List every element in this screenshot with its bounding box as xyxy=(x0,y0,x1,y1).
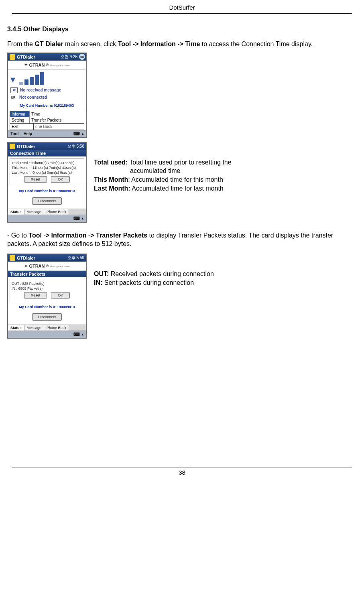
text: main screen, click xyxy=(63,41,118,47)
section-heading: 3.4.5 Other Displays xyxy=(7,26,357,33)
this-month-line: This Month : 11hour(s) 7min(s) 41sec(s) xyxy=(12,166,82,170)
def-label: OUT: xyxy=(94,270,109,277)
menu-remainder-text: one Book xyxy=(34,124,84,130)
intro-paragraph: From the GT Dialer main screen, click To… xyxy=(7,40,357,49)
keyboard-icon[interactable]: ⌨ xyxy=(73,332,80,337)
def-text: accumulated time xyxy=(94,167,232,175)
panel-title: Connection Time xyxy=(8,150,86,156)
tab-status[interactable]: Status xyxy=(8,209,24,215)
app-title: GTDialer xyxy=(17,256,35,260)
keyboard-icon[interactable]: ⌨ xyxy=(73,131,80,136)
def-text: Received packets during connection xyxy=(109,270,214,277)
antenna-icon: ▾ xyxy=(10,73,18,85)
bold-text: Tool -> Information -> Time xyxy=(118,41,200,47)
last-month-line: Last Month : 0hour(s) 0min(s) 0sec(s) xyxy=(12,171,82,175)
signal-row: ▾ xyxy=(8,70,86,87)
page-footer: 38 xyxy=(12,467,352,476)
bold-text: Tool -> Information -> Transfer Packets xyxy=(28,232,147,239)
ok-button[interactable]: OK xyxy=(51,292,70,298)
bottom-bar: ⌨▲ xyxy=(8,215,86,222)
window-titlebar: GTDialer 오후 5:58 xyxy=(8,143,86,150)
app-title: GTDialer xyxy=(17,144,35,149)
brand-tagline: Moving data faster xyxy=(50,64,69,67)
def-label: Last Month: xyxy=(94,185,130,192)
tab-status[interactable]: Status xyxy=(8,325,24,331)
message-status: ✉ No received message xyxy=(8,87,86,94)
device-icon: 🖳 xyxy=(10,95,17,100)
ok-button[interactable]: OK xyxy=(51,176,70,183)
def-label: IN: xyxy=(94,279,102,286)
bold-text: GT Dialer xyxy=(35,41,63,47)
card-number: My Card Number is 01190089013 xyxy=(8,304,86,310)
brand-logo: ✦GTRAN® Moving data faster xyxy=(8,262,86,271)
def-text: Sent packets during connection xyxy=(102,279,194,286)
menu-information[interactable]: Informa xyxy=(10,111,29,117)
tab-phonebook[interactable]: Phone Book xyxy=(44,209,69,215)
reset-button[interactable]: Reset xyxy=(24,292,47,298)
text: to access the Connection Time display. xyxy=(200,41,313,47)
def-text: Accumulated time for last month xyxy=(130,185,224,192)
window-titlebar: GTDialer 오후 5:59 xyxy=(8,254,86,262)
brand-tagline: Moving data faster xyxy=(50,265,69,268)
screenshot-gtdialer-menu: GTDialer 오전 9:25 ok ✦GTRAN® Moving data … xyxy=(7,53,87,138)
screenshot-connection-time: GTDialer 오후 5:58 Connection Time Total u… xyxy=(7,142,87,223)
connection-text: Not connected xyxy=(19,95,47,100)
brand-text: GTRAN xyxy=(29,63,45,67)
connection-status: 🖳 Not connected xyxy=(8,94,86,101)
clock-text: 오전 9:25 xyxy=(61,54,77,60)
envelope-icon: ✉ xyxy=(10,87,18,93)
out-packets-line: OUT : 828 Packet(s) xyxy=(12,282,82,286)
reset-button[interactable]: Reset xyxy=(24,176,47,183)
brand-logo: ✦GTRAN® Moving data faster xyxy=(8,61,86,70)
def-text: : Accumulated time for this month xyxy=(128,176,223,183)
tab-phonebook[interactable]: Phone Book xyxy=(44,325,69,331)
clock-text: 오후 5:58 xyxy=(67,144,84,149)
bottom-bar: ⌨▲ xyxy=(8,331,86,338)
page-number: 38 xyxy=(179,469,185,476)
menu-transfer-packets[interactable]: Transfer Packets xyxy=(30,117,84,123)
bottom-bar: Tool Help ⌨▲ xyxy=(8,130,86,137)
disconnect-button[interactable]: Disconnect xyxy=(32,313,62,321)
connection-time-definitions: Total used: Total time used prior to res… xyxy=(94,142,232,193)
popup-menu: Informa Setting Time Transfer Packets Ex… xyxy=(10,111,84,130)
tab-message[interactable]: Message xyxy=(24,209,45,215)
card-number: My Card Number is 0182189403 xyxy=(8,101,86,109)
app-icon xyxy=(10,54,15,60)
transfer-paragraph: - Go to Tool -> Information -> Transfer … xyxy=(7,231,357,248)
def-label: Total used: xyxy=(94,159,128,166)
ok-button[interactable]: ok xyxy=(79,54,85,60)
in-packets-line: IN : 6809 Packet(s) xyxy=(12,286,82,290)
up-icon[interactable]: ▲ xyxy=(81,333,84,336)
disconnect-button[interactable]: Disconnect xyxy=(32,197,62,205)
up-icon[interactable]: ▲ xyxy=(81,217,84,220)
screenshot-transfer-packets: GTDialer 오후 5:59 ✦GTRAN® Moving data fas… xyxy=(7,254,87,339)
transfer-packets-definitions: OUT: Received packets during connection … xyxy=(94,254,214,287)
brand-text: GTRAN xyxy=(29,264,45,268)
connection-time-panel: Total used : 11hour(s) 7min(s) 41sec(s) … xyxy=(10,158,84,186)
text: From the xyxy=(7,41,35,47)
tabs-bar: Status Message Phone Book xyxy=(8,209,86,215)
up-icon[interactable]: ▲ xyxy=(81,132,84,136)
message-text: No received message xyxy=(20,88,61,92)
window-titlebar: GTDialer 오전 9:25 ok xyxy=(8,53,86,61)
app-icon xyxy=(10,255,15,261)
def-text: Total time used prior to resetting the xyxy=(128,159,232,166)
card-number: my Card Number is 01190089013 xyxy=(8,188,86,194)
bottombar-tool[interactable]: Tool xyxy=(8,132,21,136)
app-title: GTDialer xyxy=(17,55,35,59)
text: - Go to xyxy=(7,232,28,239)
tabs-bar: Status Message Phone Book xyxy=(8,325,86,331)
bottombar-help[interactable]: Help xyxy=(21,132,35,136)
app-icon xyxy=(10,144,15,149)
menu-time[interactable]: Time xyxy=(30,111,84,117)
keyboard-icon[interactable]: ⌨ xyxy=(73,216,80,221)
clock-text: 오후 5:59 xyxy=(67,255,84,261)
panel-title: Transfer Packets xyxy=(8,271,86,277)
menu-exit[interactable]: Exit xyxy=(10,124,34,130)
transfer-packets-panel: OUT : 828 Packet(s) IN : 6809 Packet(s) … xyxy=(10,279,84,302)
total-used-line: Total used : 11hour(s) 7min(s) 41sec(s) xyxy=(12,161,82,165)
doc-header: DotSurfer xyxy=(12,0,352,14)
tab-message[interactable]: Message xyxy=(24,325,45,331)
menu-setting[interactable]: Setting xyxy=(10,117,29,123)
def-label: This Month xyxy=(94,176,128,183)
